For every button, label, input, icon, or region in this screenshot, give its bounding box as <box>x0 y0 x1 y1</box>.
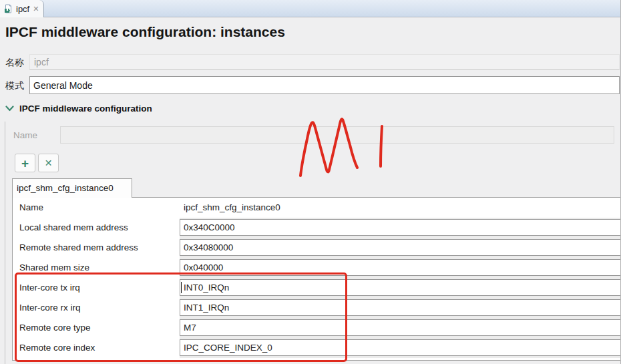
section-title: IPCF middleware configuration <box>19 104 152 114</box>
property-label: Inter-core tx irq <box>13 278 180 298</box>
ipcf-config-editor: ipcf ✕ IPCF middleware configuration: in… <box>0 0 621 364</box>
property-label: Inter-core rx irq <box>13 298 180 318</box>
table-row: Inter-core rx irq <box>13 298 620 318</box>
property-label: Local shared mem address <box>13 218 180 238</box>
property-value-input[interactable] <box>180 219 620 236</box>
property-value-cell <box>180 258 620 278</box>
name-field: ipcf <box>29 54 620 70</box>
property-label: Shared mem size <box>13 258 180 278</box>
close-icon[interactable]: ✕ <box>33 5 39 13</box>
section-left-border <box>5 122 5 364</box>
property-value-input[interactable] <box>180 299 620 316</box>
editor-tab-bar: ipcf ✕ <box>0 0 621 17</box>
property-value-cell <box>180 218 620 238</box>
property-value-text: ipcf_shm_cfg_instance0 <box>180 198 620 218</box>
table-row: Local shared mem address <box>13 218 620 238</box>
plugin-file-icon <box>3 4 13 13</box>
remove-instance-button[interactable]: ✕ <box>38 154 59 172</box>
property-label: Remote core type <box>13 318 180 338</box>
table-row: Inter-core tx irq <box>13 278 620 298</box>
property-value-cell <box>180 338 620 358</box>
table-row: Remote shared mem address <box>13 238 620 258</box>
mode-input[interactable] <box>29 76 620 94</box>
property-value-cell <box>180 278 620 298</box>
page-title: IPCF middleware configuration: instances <box>5 24 285 40</box>
property-value-input[interactable] <box>180 259 620 276</box>
instance-property-table: Name ipcf_shm_cfg_instance0 Local shared… <box>12 197 620 361</box>
property-value-input[interactable] <box>180 279 620 296</box>
name-field-label: 名称 <box>5 57 24 69</box>
table-row: Remote core type <box>13 318 620 338</box>
property-value-cell <box>180 298 620 318</box>
property-label: Remote shared mem address <box>13 238 180 258</box>
property-value-cell <box>180 318 620 338</box>
section-header[interactable]: IPCF middleware configuration <box>5 104 152 114</box>
add-instance-button[interactable]: + <box>15 154 35 172</box>
property-value-cell: ipcf_shm_cfg_instance0 <box>180 198 620 218</box>
property-label: Name <box>13 198 180 218</box>
table-row: Remote core index <box>13 338 620 358</box>
property-value-input[interactable] <box>180 339 620 356</box>
property-value-cell <box>180 238 620 258</box>
instance-tab[interactable]: ipcf_shm_cfg_instance0 <box>12 178 132 198</box>
editor-tab-label: ipcf <box>16 4 29 14</box>
editor-tab-ipcf[interactable]: ipcf ✕ <box>0 0 44 17</box>
chevron-down-icon <box>5 106 14 112</box>
mode-field-label: 模式 <box>5 80 24 92</box>
property-value-input[interactable] <box>180 319 620 336</box>
instance-name-label: Name <box>13 130 37 140</box>
table-row: Name ipcf_shm_cfg_instance0 <box>13 198 620 218</box>
property-value-input[interactable] <box>180 239 620 256</box>
text-caret <box>181 282 182 293</box>
property-label: Remote core index <box>13 338 180 358</box>
instance-name-field <box>60 126 614 144</box>
table-row: Shared mem size <box>13 258 620 278</box>
